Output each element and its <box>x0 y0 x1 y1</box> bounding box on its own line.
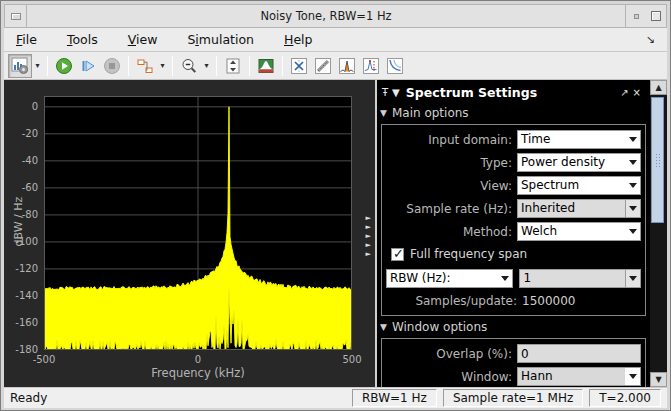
method-combo[interactable]: Welch <box>517 222 641 241</box>
x-tick-label: -500 <box>22 354 66 365</box>
status-sample-rate: Sample rate=1 MHz <box>443 389 583 407</box>
main-area: dBW / Hz Frequency (kHz) ► ► ► ► ► 0-20-… <box>4 80 667 387</box>
scope-settings-button[interactable] <box>8 54 32 78</box>
section-main-options[interactable]: ▼ Main options <box>377 102 650 124</box>
main-options-group: Input domain: Time Type: Power density <box>381 124 646 316</box>
distortion-measurements-button[interactable] <box>359 54 383 78</box>
panel-content: Ŧ ▼ Spectrum Settings ↗ × ▼ Main options… <box>377 80 650 387</box>
rbw-row: RBW (Hz): 1 <box>386 265 641 291</box>
fit-to-view-button[interactable] <box>221 54 245 78</box>
minimize-button[interactable] <box>626 5 646 27</box>
signal-statistics-button[interactable] <box>311 54 335 78</box>
samples-update-label: Samples/update: <box>386 294 522 308</box>
chevron-down-icon[interactable] <box>625 270 640 287</box>
menu-simulation[interactable]: Simulation <box>187 32 254 47</box>
peak-finder-button[interactable] <box>335 54 359 78</box>
menu-view[interactable]: View <box>128 32 158 47</box>
chevron-down-icon[interactable] <box>625 154 640 171</box>
overlap-label: Overlap (%): <box>386 347 517 361</box>
menu-corner-arrow-icon: ↘ <box>646 33 655 46</box>
view-combo[interactable]: Spectrum <box>517 176 641 195</box>
scroll-thumb[interactable] <box>651 97 664 223</box>
title-bar: Noisy Tone, RBW=1 Hz <box>4 4 667 28</box>
samples-update-value: 1500000 <box>522 294 575 308</box>
simulink-model-caret[interactable]: ▾ <box>158 61 167 70</box>
status-ready: Ready <box>10 391 47 405</box>
menu-file[interactable]: File <box>16 32 37 47</box>
peak-finder-icon <box>338 57 356 75</box>
window-row: Window: Hann <box>386 365 641 387</box>
y-tick-label: -160 <box>4 317 38 328</box>
overlap-row: Overlap (%): <box>386 342 641 365</box>
stop-icon <box>103 57 121 75</box>
window-menu-icon <box>11 13 21 20</box>
sample-rate-label: Sample rate (Hz): <box>386 202 517 216</box>
view-label: View: <box>386 179 517 193</box>
spectral-mask-icon <box>386 57 404 75</box>
window-title: Noisy Tone, RBW=1 Hz <box>27 9 625 23</box>
run-icon <box>55 57 73 75</box>
spectrogram-view-icon <box>257 57 275 75</box>
zoom-out-button[interactable] <box>177 54 201 78</box>
plot-axes[interactable] <box>44 96 352 350</box>
y-tick-label: -100 <box>4 236 38 247</box>
zoom-out-caret[interactable]: ▾ <box>202 61 211 70</box>
rbw-value-combo[interactable]: 1 <box>519 269 641 288</box>
chevron-down-icon[interactable] <box>625 223 640 240</box>
scroll-down-button[interactable]: ▼ <box>650 372 667 387</box>
full-frequency-span-checkbox[interactable] <box>391 248 404 261</box>
full-frequency-span-label: Full frequency span <box>410 247 527 261</box>
y-tick-label: 0 <box>4 101 38 112</box>
chevron-down-icon[interactable] <box>625 200 640 217</box>
spectrogram-view-button[interactable] <box>254 54 278 78</box>
maximize-button[interactable] <box>646 5 666 27</box>
window-label: Window: <box>386 370 517 384</box>
distortion-measurements-icon <box>362 57 380 75</box>
status-rbw: RBW=1 Hz <box>352 389 437 407</box>
simulink-model-button[interactable] <box>133 54 157 78</box>
scroll-up-button[interactable]: ▲ <box>650 80 667 95</box>
window-options-group: Overlap (%): Window: Hann <box>381 338 646 387</box>
pin-panel-icon[interactable]: Ŧ <box>382 87 388 98</box>
toolbar: ▾ ▾ <box>4 52 667 80</box>
rbw-selector-combo[interactable]: RBW (Hz): <box>386 269 513 288</box>
close-panel-icon[interactable]: × <box>633 87 641 98</box>
full-frequency-span-row: Full frequency span <box>386 243 641 265</box>
chevron-down-icon[interactable] <box>625 368 640 385</box>
chevron-down-icon[interactable] <box>625 177 640 194</box>
menu-tools[interactable]: Tools <box>67 32 98 47</box>
chevron-down-icon[interactable] <box>497 270 512 287</box>
signal-statistics-icon <box>314 57 332 75</box>
toolbar-separator <box>47 56 48 76</box>
y-tick-label: -120 <box>4 263 38 274</box>
y-tick-label: -140 <box>4 290 38 301</box>
chevron-down-icon[interactable] <box>625 131 640 148</box>
menu-help[interactable]: Help <box>284 32 313 47</box>
run-button[interactable] <box>52 54 76 78</box>
scope-settings-caret[interactable]: ▾ <box>33 61 42 70</box>
toolbar-separator <box>128 56 129 76</box>
spectral-mask-button[interactable] <box>383 54 407 78</box>
samples-update-row: Samples/update: 1500000 <box>386 291 641 311</box>
type-combo[interactable]: Power density <box>517 153 641 172</box>
method-label: Method: <box>386 225 517 239</box>
overlap-input[interactable] <box>517 344 641 363</box>
undock-panel-icon[interactable]: ↗ <box>620 87 628 98</box>
scroll-track[interactable] <box>650 95 667 372</box>
toolbar-separator <box>282 56 283 76</box>
splitter-arrow-icon: ► <box>366 241 371 249</box>
collapse-panel-icon[interactable]: ▼ <box>392 87 400 98</box>
panel-splitter-arrows[interactable]: ► ► ► ► ► <box>366 214 371 258</box>
cursor-measurements-button[interactable] <box>287 54 311 78</box>
status-bar: Ready RBW=1 Hz Sample rate=1 MHz T=2.000 <box>4 387 667 408</box>
sample-rate-combo[interactable]: Inherited <box>517 199 641 218</box>
stop-button[interactable] <box>100 54 124 78</box>
input-domain-combo[interactable]: Time <box>517 130 641 149</box>
window-combo[interactable]: Hann <box>517 367 641 386</box>
y-tick-label: -40 <box>4 155 38 166</box>
maximize-icon <box>651 11 661 21</box>
menu-bar: File Tools View Simulation Help ↘ <box>4 28 667 52</box>
section-window-options[interactable]: ▼ Window options <box>377 316 650 338</box>
step-forward-button[interactable] <box>76 54 100 78</box>
window-menu-button[interactable] <box>5 5 27 27</box>
